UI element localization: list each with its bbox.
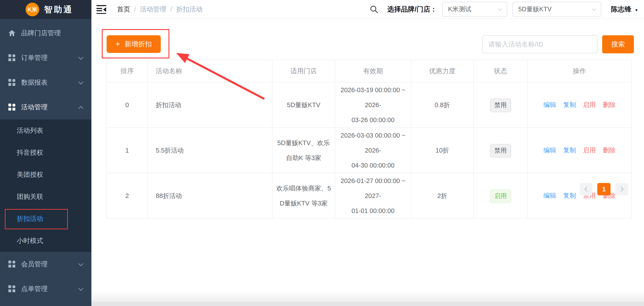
pagination: 1: [580, 183, 628, 195]
page-next-button[interactable]: [615, 183, 628, 195]
search-input[interactable]: [482, 35, 598, 53]
chevron-down-icon: [498, 7, 502, 11]
sidebar-item-orders[interactable]: 订单管理: [0, 46, 92, 70]
breadcrumb-activities[interactable]: 活动管理: [140, 5, 166, 14]
sidebar-item-reports[interactable]: 数据报表: [0, 70, 92, 95]
col-header-sort: 排序: [106, 60, 148, 82]
sidebar-item-label: 会员管理: [21, 260, 48, 269]
status-badge: 启用: [490, 189, 511, 203]
chevron-right-icon: [619, 187, 623, 191]
brand-select-value: K米测试: [448, 5, 471, 14]
cell-status: 启用: [474, 173, 528, 218]
col-header-discount: 优惠力度: [411, 60, 474, 82]
sidebar-item-brand-stores[interactable]: 品牌门店管理: [0, 21, 92, 46]
cell-activity-name: 5.5折活动: [148, 128, 272, 173]
page-prev-button[interactable]: [580, 183, 592, 195]
grid-icon: [8, 104, 16, 111]
sidebar-subitem-douyin-auth[interactable]: 抖音授权: [0, 142, 92, 164]
breadcrumb-home[interactable]: 首页: [117, 5, 130, 14]
table-row: 2 88折活动 欢乐唱体验商家、5 D量贩KTV 等3家 2026-01-27 …: [106, 173, 632, 218]
cell-discount: 0.8折: [411, 82, 474, 128]
submenu-label: 活动列表: [17, 126, 43, 135]
submenu-label: 抖音授权: [17, 148, 43, 157]
edit-link[interactable]: 编辑: [543, 146, 556, 155]
chevron-left-icon: [584, 187, 589, 191]
breadcrumb: 首页 / 活动管理 / 折扣活动: [117, 5, 203, 14]
cell-actions: 编辑 复制 启用 删除: [528, 128, 632, 173]
grid-icon: [8, 79, 16, 86]
search-button[interactable]: 搜索: [602, 35, 634, 53]
brand-select[interactable]: K米测试: [442, 2, 507, 17]
copy-link[interactable]: 复制: [563, 101, 576, 109]
annotation-box-add-button: [102, 29, 169, 58]
sidebar-subitem-meituan-auth[interactable]: 美团授权: [0, 164, 92, 186]
table-header-row: 排序 活动名称 适用门店 有效期 优惠力度 状态 操作: [106, 60, 632, 82]
annotation-box-discount-menu: [5, 209, 68, 229]
status-badge: 禁用: [490, 144, 511, 158]
period-line: 01-01 00:00:00: [335, 203, 411, 218]
app-title: 智助通: [44, 4, 73, 15]
cell-period: 2026-03-03 00:00:00 ~ 2026- 04-30 00:00:…: [335, 128, 411, 173]
topbar: 首页 / 活动管理 / 折扣活动 选择品牌/门店： K米测试 5D量贩KTV 陈…: [92, 0, 644, 19]
edit-link[interactable]: 编辑: [543, 191, 556, 200]
cell-period: 2026-01-27 00:00:00 ~ 2027- 01-01 00:00:…: [335, 173, 411, 218]
house-icon: [8, 30, 16, 37]
grid-icon: [8, 285, 16, 292]
store-select[interactable]: 5D量贩KTV: [512, 2, 601, 17]
sidebar-item-ordering[interactable]: 点单管理: [0, 276, 92, 301]
enable-link[interactable]: 启用: [583, 101, 596, 109]
cell-status: 禁用: [474, 128, 528, 173]
cell-period: 2026-03-19 00:00:00 ~ 2026- 03-26 00:00:…: [335, 82, 411, 128]
copy-link[interactable]: 复制: [563, 146, 576, 155]
content-bottom-fade: [92, 290, 644, 301]
chevron-up-icon: [78, 106, 84, 111]
caret-down-icon: ▼: [634, 8, 638, 13]
cell-sort: 2: [106, 173, 148, 218]
stores-line: D量贩KTV 等3家: [272, 196, 335, 211]
breadcrumb-separator: /: [134, 6, 136, 13]
stores-line: 欢乐唱体验商家、5: [272, 181, 335, 196]
sidebar-item-label: 品牌门店管理: [21, 29, 61, 38]
period-line: 2026-03-03 00:00:00 ~ 2026-: [335, 128, 411, 158]
period-line: 2026-03-19 00:00:00 ~ 2026-: [335, 83, 411, 112]
user-name: 陈志锋: [611, 5, 632, 14]
cell-activity-name: 88折活动: [148, 173, 272, 218]
chevron-down-icon: [78, 286, 84, 291]
table-row: 0 折扣活动 5D量贩KTV 2026-03-19 00:00:00 ~ 202…: [106, 82, 632, 128]
period-line: 2026-01-27 00:00:00 ~ 2027-: [335, 173, 411, 203]
period-line: 03-26 00:00:00: [335, 112, 411, 127]
menu-fold-icon[interactable]: [96, 5, 106, 14]
sidebar-item-activities[interactable]: 活动管理: [0, 95, 92, 120]
sidebar-subitem-group-link[interactable]: 团购关联: [0, 186, 92, 208]
brand-logo-icon: K米: [26, 3, 39, 16]
period-line: 04-30 00:00:00: [335, 158, 411, 173]
brand-logo-text: K米: [28, 6, 38, 14]
col-header-status: 状态: [474, 60, 528, 82]
chevron-down-icon: [78, 55, 84, 60]
cell-stores: 5D量贩KTV: [272, 82, 335, 128]
cell-status: 禁用: [474, 82, 528, 128]
page-number-current[interactable]: 1: [597, 183, 610, 195]
sidebar-item-label: 数据报表: [21, 78, 48, 87]
enable-link[interactable]: 启用: [583, 146, 596, 155]
edit-link[interactable]: 编辑: [543, 101, 556, 109]
cell-stores: 5D量贩KTV、欢乐 自助K 等3家: [272, 128, 335, 173]
stores-line: 自助K 等3家: [272, 150, 335, 165]
cell-sort: 0: [106, 82, 148, 128]
activities-submenu: 活动列表 抖音授权 美团授权 团购关联 折扣活动 小时模式: [0, 120, 92, 252]
chevron-down-icon: [78, 261, 84, 266]
sidebar-subitem-hour-mode[interactable]: 小时模式: [0, 230, 92, 252]
main-content: + 新增折扣 搜索 排序 活动名称 适用门店 有效期 优惠力度 状态: [92, 19, 644, 306]
sidebar-item-members[interactable]: 会员管理: [0, 252, 92, 276]
submenu-label: 美团授权: [17, 170, 43, 179]
chevron-down-icon: [592, 7, 596, 11]
store-picker-label: 选择品牌/门店：: [388, 5, 437, 14]
delete-link[interactable]: 删除: [603, 146, 616, 155]
sidebar-subitem-activity-list[interactable]: 活动列表: [0, 120, 92, 142]
copy-link[interactable]: 复制: [563, 191, 576, 200]
cell-discount: 10折: [411, 128, 474, 173]
delete-link[interactable]: 删除: [603, 101, 616, 109]
magnifier-icon[interactable]: [369, 5, 378, 14]
submenu-label: 小时模式: [17, 236, 43, 245]
user-menu[interactable]: 陈志锋 ▼: [611, 5, 638, 14]
